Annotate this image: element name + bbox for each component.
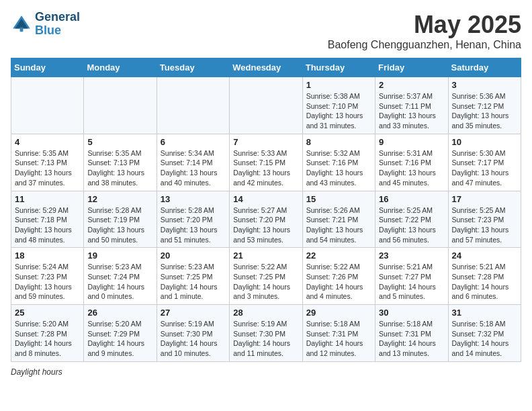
legend-text: Daylight hours [11,367,62,377]
calendar-cell: 10Sunrise: 5:30 AM Sunset: 7:17 PM Dayli… [448,134,521,191]
day-info: Sunrise: 5:33 AM Sunset: 7:15 PM Dayligh… [233,148,298,188]
calendar-cell: 2Sunrise: 5:37 AM Sunset: 7:11 PM Daylig… [375,77,448,134]
calendar-cell: 25Sunrise: 5:20 AM Sunset: 7:28 PM Dayli… [11,305,84,362]
day-number: 14 [233,194,298,204]
calendar-week-3: 11Sunrise: 5:29 AM Sunset: 7:18 PM Dayli… [11,191,521,248]
calendar-cell: 20Sunrise: 5:23 AM Sunset: 7:25 PM Dayli… [157,248,229,305]
day-info: Sunrise: 5:20 AM Sunset: 7:29 PM Dayligh… [87,319,152,359]
weekday-header-sunday: Sunday [11,58,84,77]
logo-text: General Blue [35,11,80,38]
day-info: Sunrise: 5:31 AM Sunset: 7:16 PM Dayligh… [379,148,444,188]
calendar-cell: 6Sunrise: 5:34 AM Sunset: 7:14 PM Daylig… [157,134,229,191]
day-info: Sunrise: 5:27 AM Sunset: 7:20 PM Dayligh… [233,205,298,245]
calendar-cell: 23Sunrise: 5:21 AM Sunset: 7:27 PM Dayli… [375,248,448,305]
day-number: 7 [233,137,298,147]
day-number: 12 [87,194,152,204]
calendar-cell: 30Sunrise: 5:18 AM Sunset: 7:31 PM Dayli… [375,305,448,362]
day-number: 23 [379,250,444,261]
day-info: Sunrise: 5:25 AM Sunset: 7:22 PM Dayligh… [379,205,444,245]
day-number: 24 [452,250,517,261]
day-info: Sunrise: 5:38 AM Sunset: 7:10 PM Dayligh… [306,91,371,131]
day-info: Sunrise: 5:34 AM Sunset: 7:14 PM Dayligh… [161,148,226,188]
day-number: 21 [233,250,298,261]
day-number: 8 [306,137,371,147]
calendar-table: SundayMondayTuesdayWednesdayThursdayFrid… [11,58,521,362]
day-info: Sunrise: 5:18 AM Sunset: 7:31 PM Dayligh… [306,319,371,359]
calendar-cell: 26Sunrise: 5:20 AM Sunset: 7:29 PM Dayli… [84,305,157,362]
day-number: 6 [161,137,226,147]
day-number: 1 [306,80,371,90]
calendar-cell: 19Sunrise: 5:23 AM Sunset: 7:24 PM Dayli… [84,248,157,305]
calendar-cell: 7Sunrise: 5:33 AM Sunset: 7:15 PM Daylig… [230,134,302,191]
day-number: 15 [306,194,371,204]
calendar-cell: 29Sunrise: 5:18 AM Sunset: 7:31 PM Dayli… [302,305,375,362]
calendar-cell: 4Sunrise: 5:35 AM Sunset: 7:13 PM Daylig… [11,134,84,191]
calendar-cell [157,77,229,134]
day-info: Sunrise: 5:25 AM Sunset: 7:23 PM Dayligh… [452,205,517,245]
weekday-header-saturday: Saturday [448,58,521,77]
day-info: Sunrise: 5:24 AM Sunset: 7:23 PM Dayligh… [15,262,80,302]
calendar-cell: 1Sunrise: 5:38 AM Sunset: 7:10 PM Daylig… [302,77,375,134]
day-info: Sunrise: 5:36 AM Sunset: 7:12 PM Dayligh… [452,91,517,131]
calendar-cell: 13Sunrise: 5:28 AM Sunset: 7:20 PM Dayli… [157,191,229,248]
day-number: 22 [306,250,371,261]
calendar-cell: 14Sunrise: 5:27 AM Sunset: 7:20 PM Dayli… [230,191,302,248]
day-number: 18 [15,250,80,261]
location-title: Baofeng Chengguanzhen, Henan, China [328,39,521,51]
calendar-cell: 15Sunrise: 5:26 AM Sunset: 7:21 PM Dayli… [302,191,375,248]
page-header: General Blue May 2025 Baofeng Chengguanz… [11,11,521,51]
day-info: Sunrise: 5:35 AM Sunset: 7:13 PM Dayligh… [15,148,80,188]
day-info: Sunrise: 5:23 AM Sunset: 7:25 PM Dayligh… [161,262,226,302]
weekday-header-tuesday: Tuesday [157,58,229,77]
day-number: 4 [15,137,80,147]
calendar-cell: 28Sunrise: 5:19 AM Sunset: 7:30 PM Dayli… [230,305,302,362]
calendar-cell: 16Sunrise: 5:25 AM Sunset: 7:22 PM Dayli… [375,191,448,248]
day-info: Sunrise: 5:28 AM Sunset: 7:19 PM Dayligh… [87,205,152,245]
calendar-cell: 31Sunrise: 5:18 AM Sunset: 7:32 PM Dayli… [448,305,521,362]
calendar-week-5: 25Sunrise: 5:20 AM Sunset: 7:28 PM Dayli… [11,305,521,362]
calendar-cell: 17Sunrise: 5:25 AM Sunset: 7:23 PM Dayli… [448,191,521,248]
day-info: Sunrise: 5:19 AM Sunset: 7:30 PM Dayligh… [161,319,226,359]
day-info: Sunrise: 5:23 AM Sunset: 7:24 PM Dayligh… [87,262,152,302]
calendar-week-1: 1Sunrise: 5:38 AM Sunset: 7:10 PM Daylig… [11,77,521,134]
calendar-week-4: 18Sunrise: 5:24 AM Sunset: 7:23 PM Dayli… [11,248,521,305]
day-info: Sunrise: 5:22 AM Sunset: 7:26 PM Dayligh… [306,262,371,302]
day-info: Sunrise: 5:21 AM Sunset: 7:27 PM Dayligh… [379,262,444,302]
day-info: Sunrise: 5:22 AM Sunset: 7:25 PM Dayligh… [233,262,298,302]
day-number: 26 [87,308,152,318]
day-info: Sunrise: 5:18 AM Sunset: 7:32 PM Dayligh… [452,319,517,359]
day-info: Sunrise: 5:20 AM Sunset: 7:28 PM Dayligh… [15,319,80,359]
calendar-cell [84,77,157,134]
logo: General Blue [11,11,80,38]
day-info: Sunrise: 5:37 AM Sunset: 7:11 PM Dayligh… [379,91,444,131]
logo-icon [11,13,32,35]
day-number: 3 [452,80,517,90]
weekday-header-monday: Monday [84,58,157,77]
day-number: 31 [452,308,517,318]
day-number: 9 [379,137,444,147]
weekday-header-friday: Friday [375,58,448,77]
calendar-cell [11,77,84,134]
day-number: 2 [379,80,444,90]
calendar-header-row: SundayMondayTuesdayWednesdayThursdayFrid… [11,58,521,77]
day-number: 28 [233,308,298,318]
day-info: Sunrise: 5:29 AM Sunset: 7:18 PM Dayligh… [15,205,80,245]
calendar-cell: 24Sunrise: 5:21 AM Sunset: 7:28 PM Dayli… [448,248,521,305]
title-block: May 2025 Baofeng Chengguanzhen, Henan, C… [328,11,521,51]
day-number: 30 [379,308,444,318]
calendar-cell: 9Sunrise: 5:31 AM Sunset: 7:16 PM Daylig… [375,134,448,191]
day-info: Sunrise: 5:30 AM Sunset: 7:17 PM Dayligh… [452,148,517,188]
calendar-cell: 12Sunrise: 5:28 AM Sunset: 7:19 PM Dayli… [84,191,157,248]
legend: Daylight hours [11,367,521,377]
day-number: 5 [87,137,152,147]
day-number: 27 [161,308,226,318]
svg-rect-2 [20,28,24,32]
day-info: Sunrise: 5:32 AM Sunset: 7:16 PM Dayligh… [306,148,371,188]
weekday-header-wednesday: Wednesday [230,58,302,77]
day-info: Sunrise: 5:28 AM Sunset: 7:20 PM Dayligh… [161,205,226,245]
day-info: Sunrise: 5:26 AM Sunset: 7:21 PM Dayligh… [306,205,371,245]
day-number: 19 [87,250,152,261]
day-info: Sunrise: 5:18 AM Sunset: 7:31 PM Dayligh… [379,319,444,359]
day-number: 10 [452,137,517,147]
calendar-cell: 3Sunrise: 5:36 AM Sunset: 7:12 PM Daylig… [448,77,521,134]
